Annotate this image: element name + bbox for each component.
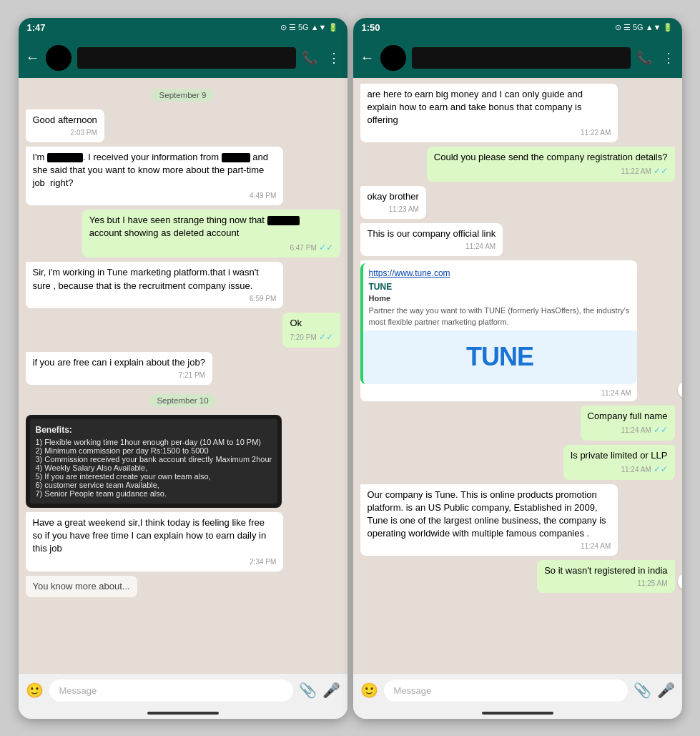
benefit-2: 2) Minimum commission per day Rs:1500 to… xyxy=(36,446,272,455)
msg-text: Company full name xyxy=(588,411,668,421)
benefit-3: 3) Commission received your bank account… xyxy=(36,455,272,463)
attach-icon-left[interactable]: 📎 xyxy=(299,682,317,699)
contact-name-right xyxy=(412,47,631,69)
msg-time: 11:22 AM ✓✓ xyxy=(434,165,668,177)
benefits-title: Benefits: xyxy=(36,425,272,435)
benefit-4: 4) Weekly Salary Also Available, xyxy=(36,463,272,472)
msg-text: I'm . I received your information from a… xyxy=(33,152,269,188)
input-bar-left: 🙂 Message 📎 🎤 xyxy=(19,673,347,707)
msg-time: 11:23 AM xyxy=(368,205,419,215)
back-button-left[interactable]: ← xyxy=(26,49,40,66)
mic-icon-right[interactable]: 🎤 xyxy=(657,682,675,699)
msg-text: okay brother xyxy=(368,191,419,202)
phone-right: 1:50 ⊙ ☰ 5G ▲▼ 🔋 ← 📞 ⋮ are here to earn … xyxy=(353,18,682,719)
status-bar-right: 1:50 ⊙ ☰ 5G ▲▼ 🔋 xyxy=(353,18,682,38)
msg-tune-platform: Sir, i'm working in Tune marketing platf… xyxy=(26,262,340,308)
msg-ok: Ok 7:20 PM ✓✓ xyxy=(26,313,340,348)
back-button-right[interactable]: ← xyxy=(360,49,375,66)
msg-text: Is private limited or LLP xyxy=(571,450,668,461)
msg-time: 7:21 PM xyxy=(33,371,205,381)
msg-tune-link-card: https://www.tune.com TUNE Home Partner t… xyxy=(360,260,675,401)
status-bar-left: 1:47 ⊙ ☰ 5G ▲▼ 🔋 xyxy=(19,18,347,38)
phone-icon-left[interactable]: 📞 xyxy=(302,50,317,66)
tune-url[interactable]: https://www.tune.com xyxy=(363,263,637,281)
msg-time: 6:59 PM xyxy=(33,294,277,304)
msg-great-weekend: Have a great weekend sir,I think today i… xyxy=(26,512,340,571)
home-indicator-left xyxy=(19,707,347,719)
msg-time: 11:24 AM ✓✓ xyxy=(588,424,668,436)
message-input-left[interactable]: Message xyxy=(49,679,293,702)
msg-received-info: I'm . I received your information from a… xyxy=(26,147,340,206)
msg-text: are here to earn big money and I can onl… xyxy=(368,89,583,125)
tune-logo: TUNE xyxy=(466,339,533,375)
phone-icon-right[interactable]: 📞 xyxy=(636,50,652,66)
header-bar-left: ← 📞 ⋮ xyxy=(19,38,347,78)
msg-time: 6:47 PM ✓✓ xyxy=(89,242,333,254)
tune-logo-area: TUNE xyxy=(363,330,637,383)
msg-time: 11:24 AM xyxy=(368,242,496,252)
avatar-right xyxy=(380,45,406,71)
header-bar-right: ← 📞 ⋮ xyxy=(353,38,682,78)
date-divider-sep10: September 10 xyxy=(26,393,340,406)
msg-time: 7:20 PM ✓✓ xyxy=(290,331,332,343)
msg-time: 4:49 PM xyxy=(33,191,277,201)
msg-text: Good afternoon xyxy=(33,114,97,125)
msg-text: So it wasn't registered in india xyxy=(544,565,667,576)
msg-text: Sir, i'm working in Tune marketing platf… xyxy=(33,267,259,290)
status-time-right: 1:50 xyxy=(362,22,380,33)
msg-our-company-tune: Our company is Tune. This is online prod… xyxy=(360,484,675,556)
chat-area-left: September 9 Good afternoon 2:03 PM I'm .… xyxy=(19,78,347,673)
menu-icon-right[interactable]: ⋮ xyxy=(662,50,675,66)
msg-company-reg: Could you please send the company regist… xyxy=(360,147,675,182)
tune-brand: TUNE xyxy=(363,281,637,293)
phone-left: 1:47 ⊙ ☰ 5G ▲▼ 🔋 ← 📞 ⋮ September 9 Good … xyxy=(19,18,347,719)
tune-link-card: https://www.tune.com TUNE Home Partner t… xyxy=(360,263,637,383)
benefit-6: 6) customer service team Available, xyxy=(36,481,272,489)
msg-time: 2:34 PM xyxy=(33,557,277,567)
input-bar-right: 🙂 Message 📎 🎤 xyxy=(353,673,682,707)
msg-text: Could you please send the company regist… xyxy=(434,152,668,162)
message-input-right[interactable]: Message xyxy=(384,679,628,702)
contact-name-left xyxy=(77,47,296,69)
date-divider-sep9: September 9 xyxy=(26,88,340,101)
msg-time: 11:24 AM ✓✓ xyxy=(571,463,668,476)
chat-area-right: are here to earn big money and I can onl… xyxy=(353,78,682,673)
status-icons-left: ⊙ ☰ 5G ▲▼ 🔋 xyxy=(280,23,339,32)
msg-partial-bottom: You know more about... xyxy=(26,576,340,597)
mic-icon-left[interactable]: 🎤 xyxy=(322,682,340,699)
msg-text: Have a great weekend sir,I think today i… xyxy=(33,517,267,554)
msg-explain-job: if you are free can i explain about the … xyxy=(26,352,340,385)
emoji-icon-right[interactable]: 🙂 xyxy=(360,682,378,699)
msg-pvt-llp: Is private limited or LLP 11:24 AM ✓✓ xyxy=(360,445,675,480)
msg-time: 11:24 AM xyxy=(368,541,611,551)
msg-not-registered: So it wasn't registered in india 11:25 A… xyxy=(360,560,675,593)
menu-icon-left[interactable]: ⋮ xyxy=(327,50,340,66)
header-icons-left: 📞 ⋮ xyxy=(302,50,340,66)
status-time-left: 1:47 xyxy=(27,22,46,33)
home-bar-left xyxy=(147,712,219,715)
home-bar-right xyxy=(482,712,553,715)
attach-icon-right[interactable]: 📎 xyxy=(634,682,651,699)
home-indicator-right xyxy=(353,707,682,719)
benefit-7: 7) Senior People team guidance also. xyxy=(36,489,272,498)
msg-text: Ok xyxy=(290,318,302,328)
tune-desc: Partner the way you want to with TUNE (f… xyxy=(363,304,637,330)
emoji-icon-left[interactable]: 🙂 xyxy=(26,682,44,699)
msg-text: This is our company official link xyxy=(368,228,496,239)
msg-company-name: Company full name 11:24 AM ✓✓ xyxy=(360,406,675,441)
msg-okay-brother: okay brother 11:23 AM xyxy=(360,186,675,219)
status-icons-right: ⊙ ☰ 5G ▲▼ 🔋 xyxy=(615,23,674,32)
scroll-down-button[interactable]: ⌄ xyxy=(678,573,682,590)
msg-partial-top: are here to earn big money and I can onl… xyxy=(360,84,675,143)
msg-good-afternoon: Good afternoon 2:03 PM xyxy=(26,109,340,142)
tune-subtitle: Home xyxy=(363,293,637,304)
share-button[interactable]: ↪ xyxy=(678,381,682,398)
msg-time: 11:22 AM xyxy=(368,128,611,138)
header-icons-right: 📞 ⋮ xyxy=(636,50,675,66)
msg-text: You know more about... xyxy=(33,581,130,592)
avatar-left xyxy=(46,45,72,71)
msg-time: 11:24 AM xyxy=(366,388,631,398)
msg-text: Yes but I have seen strange thing now th… xyxy=(89,215,300,238)
msg-time: 2:03 PM xyxy=(33,128,97,138)
benefit-1: 1) Flexible working time 1hour enough pe… xyxy=(36,438,272,446)
